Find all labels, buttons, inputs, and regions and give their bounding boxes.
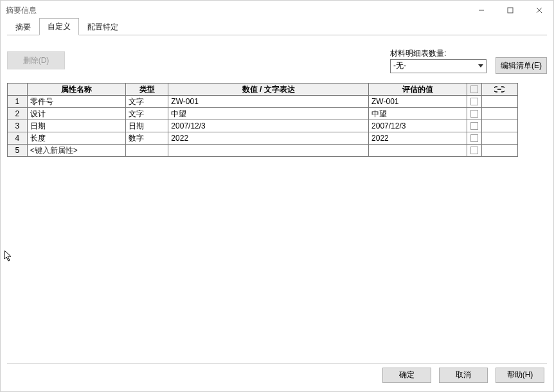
chevron-down-icon: [478, 64, 483, 67]
cell-eval: 2022: [369, 132, 467, 145]
close-button[interactable]: [524, 1, 553, 20]
grid-wrap: 属性名称 类型 数值 / 文字表达 评估的值 1: [7, 83, 547, 361]
window-title: 摘要信息: [6, 5, 37, 16]
row-index: 5: [8, 145, 28, 157]
header-type[interactable]: 类型: [125, 84, 168, 96]
table-row[interactable]: 3 日期 日期 2007/12/3 2007/12/3: [8, 120, 518, 132]
grid-header-row: 属性名称 类型 数值 / 文字表达 评估的值: [8, 84, 518, 96]
cell-link[interactable]: [481, 132, 517, 145]
checkbox-icon: [470, 98, 478, 105]
cell-attr[interactable]: 设计: [27, 108, 125, 120]
cell-check[interactable]: [467, 120, 481, 132]
header-attr[interactable]: 属性名称: [27, 84, 125, 96]
titlebar: 摘要信息: [1, 1, 553, 20]
cell-link[interactable]: [481, 96, 517, 108]
table-row[interactable]: 2 设计 文字 中望 中望: [8, 108, 518, 120]
row-index: 4: [8, 132, 28, 145]
tab-summary[interactable]: 摘要: [7, 19, 39, 35]
tab-config[interactable]: 配置特定: [79, 19, 127, 35]
table-row-new[interactable]: 5 <键入新属性>: [8, 145, 518, 157]
header-check[interactable]: [467, 84, 481, 96]
properties-grid[interactable]: 属性名称 类型 数值 / 文字表达 评估的值 1: [7, 83, 518, 157]
cell-attr[interactable]: 日期: [27, 120, 125, 132]
window-control-group: [467, 1, 553, 20]
table-row[interactable]: 1 零件号 文字 ZW-001 ZW-001: [8, 96, 518, 108]
cell-attr[interactable]: 零件号: [27, 96, 125, 108]
cell-check[interactable]: [467, 145, 481, 157]
row-index: 3: [8, 120, 28, 132]
client-area: 摘要 自定义 配置特定 删除(D) 材料明细表数量: -无- 编辑清单(E): [1, 20, 553, 391]
new-attr-placeholder[interactable]: <键入新属性>: [27, 145, 125, 157]
checkbox-icon: [470, 147, 478, 154]
cell-value[interactable]: 2022: [168, 132, 369, 145]
header-eval[interactable]: 评估的值: [369, 84, 467, 96]
cell-eval: ZW-001: [369, 96, 467, 108]
tabstrip: 摘要 自定义 配置特定: [7, 20, 547, 35]
row-index: 1: [8, 96, 28, 108]
cell-check[interactable]: [467, 132, 481, 145]
footer: 确定 取消 帮助(H): [7, 363, 547, 386]
cell-type[interactable]: 数字: [125, 132, 168, 145]
checkbox-icon: [470, 85, 478, 93]
cell-value[interactable]: 2007/12/3: [168, 120, 369, 132]
help-button[interactable]: 帮助(H): [496, 368, 544, 383]
bom-area: 材料明细表数量: -无-: [390, 48, 487, 73]
bom-label: 材料明细表数量:: [390, 48, 487, 59]
checkbox-icon: [470, 110, 478, 118]
cell-link[interactable]: [481, 145, 517, 157]
edit-list-button[interactable]: 编辑清单(E): [496, 57, 547, 74]
cell-eval: 2007/12/3: [369, 120, 467, 132]
cell-type[interactable]: 文字: [125, 96, 168, 108]
checkbox-icon: [470, 122, 478, 130]
cell-type[interactable]: 文字: [125, 108, 168, 120]
cell-value[interactable]: [168, 145, 369, 157]
header-link[interactable]: [481, 84, 517, 96]
row-index: 2: [8, 108, 28, 120]
cell-check[interactable]: [467, 96, 481, 108]
table-row[interactable]: 4 长度 数字 2022 2022: [8, 132, 518, 145]
cell-link[interactable]: [481, 108, 517, 120]
cell-value[interactable]: 中望: [168, 108, 369, 120]
tab-custom[interactable]: 自定义: [39, 18, 79, 35]
ok-button[interactable]: 确定: [382, 368, 431, 383]
top-row: 删除(D) 材料明细表数量: -无- 编辑清单(E): [7, 47, 547, 74]
cell-check[interactable]: [467, 108, 481, 120]
cell-link[interactable]: [481, 120, 517, 132]
minimize-button[interactable]: [467, 1, 496, 20]
delete-button[interactable]: 删除(D): [7, 51, 65, 69]
header-value[interactable]: 数值 / 文字表达: [168, 84, 369, 96]
cell-eval: 中望: [369, 108, 467, 120]
cancel-button[interactable]: 取消: [439, 368, 488, 383]
cell-type[interactable]: 日期: [125, 120, 168, 132]
dialog-window: 摘要信息 摘要 自定义 配置特定 删除(D) 材料明细表数量: -无- 编辑清单…: [0, 0, 554, 392]
svg-rect-1: [508, 8, 513, 13]
checkbox-icon: [470, 134, 478, 142]
link-icon: [485, 86, 515, 93]
bom-selected-value: -无-: [393, 60, 406, 71]
header-corner: [8, 84, 28, 96]
cell-type[interactable]: [125, 145, 168, 157]
cell-eval: [369, 145, 467, 157]
cell-value[interactable]: ZW-001: [168, 96, 369, 108]
bom-select[interactable]: -无-: [390, 59, 487, 73]
maximize-button[interactable]: [496, 1, 524, 20]
cell-attr[interactable]: 长度: [27, 132, 125, 145]
